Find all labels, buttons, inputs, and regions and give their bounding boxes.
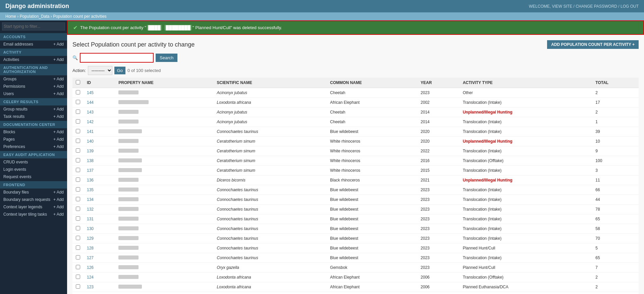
sidebar-add-task-results[interactable]: + Add xyxy=(53,114,64,119)
search-input[interactable] xyxy=(80,53,154,63)
sidebar-add-context-layer-tiling[interactable]: + Add xyxy=(53,212,64,217)
row-id-link[interactable]: 141 xyxy=(87,129,94,134)
log-out-link[interactable]: LOG OUT xyxy=(621,4,639,9)
row-id-link[interactable]: 134 xyxy=(87,197,94,202)
sidebar-link-email-addresses[interactable]: Email addresses xyxy=(3,42,33,47)
sidebar-link-group-results[interactable]: Group results xyxy=(3,107,28,112)
row-checkbox[interactable] xyxy=(76,139,80,143)
row-checkbox[interactable] xyxy=(76,207,80,211)
row-checkbox[interactable] xyxy=(76,129,80,133)
sidebar-add-groups[interactable]: + Add xyxy=(53,77,64,81)
row-id-link[interactable]: 137 xyxy=(87,168,94,173)
row-id-link[interactable]: 140 xyxy=(87,139,94,144)
row-checkbox[interactable] xyxy=(76,226,80,230)
sidebar-add-preferences[interactable]: + Add xyxy=(53,144,64,149)
sidebar-filter-input[interactable] xyxy=(2,22,65,30)
row-activity-type: Translocation (Intake) xyxy=(460,195,592,205)
row-checkbox-cell xyxy=(72,98,84,107)
row-id-link[interactable]: 144 xyxy=(87,100,94,105)
row-checkbox[interactable] xyxy=(76,187,80,192)
sidebar-add-pages[interactable]: + Add xyxy=(53,137,64,142)
sidebar-link-activities[interactable]: Activities xyxy=(3,57,19,62)
col-total[interactable]: TOTAL xyxy=(592,78,639,88)
row-checkbox[interactable] xyxy=(76,90,80,94)
sidebar-link-users[interactable]: Users xyxy=(3,91,14,96)
sidebar-link-permissions[interactable]: Permissions xyxy=(3,84,25,89)
sidebar-add-users[interactable]: + Add xyxy=(53,91,64,96)
table-row: 129 Connochaetes taurinus Blue wildebees… xyxy=(72,234,639,243)
row-checkbox[interactable] xyxy=(76,119,80,124)
row-id-link[interactable]: 135 xyxy=(87,188,94,192)
row-checkbox[interactable] xyxy=(76,284,80,289)
row-checkbox[interactable] xyxy=(76,216,80,221)
sidebar-link-task-results[interactable]: Task results xyxy=(3,114,24,119)
sidebar-link-groups[interactable]: Groups xyxy=(3,77,16,81)
row-scientific-name: Ceratotherium simum xyxy=(213,166,327,175)
sidebar-add-boundary-search[interactable]: + Add xyxy=(53,197,64,202)
sidebar-link-request-events[interactable]: Request events xyxy=(3,174,31,179)
sidebar-link-context-layer-legends[interactable]: Context layer legends xyxy=(3,205,42,209)
col-property-name[interactable]: PROPERTY NAME xyxy=(115,78,213,88)
search-button[interactable]: Search xyxy=(156,54,177,62)
sidebar-link-blocks[interactable]: Blocks xyxy=(3,130,15,134)
sidebar-link-login-events[interactable]: Login events xyxy=(3,167,26,172)
select-all-checkbox[interactable] xyxy=(76,80,80,84)
row-id-link[interactable]: 130 xyxy=(87,226,94,231)
sidebar-add-boundary-files[interactable]: + Add xyxy=(53,190,64,195)
col-year[interactable]: YEAR xyxy=(417,78,460,88)
row-checkbox[interactable] xyxy=(76,197,80,201)
row-checkbox-cell xyxy=(72,107,84,117)
row-id-link[interactable]: 129 xyxy=(87,236,94,241)
row-id-link[interactable]: 145 xyxy=(87,90,94,95)
sidebar-link-preferences[interactable]: Preferences xyxy=(3,144,25,149)
row-id-link[interactable]: 127 xyxy=(87,255,94,260)
sidebar-link-crud-events[interactable]: CRUD events xyxy=(3,160,28,164)
col-activity-type[interactable]: ACTIVITY TYPE xyxy=(460,78,592,88)
row-year: 2006 xyxy=(417,282,460,292)
col-id[interactable]: ID xyxy=(84,78,115,88)
row-checkbox[interactable] xyxy=(76,109,80,114)
sidebar-add-email-addresses[interactable]: + Add xyxy=(53,42,64,47)
row-id-link[interactable]: 138 xyxy=(87,158,94,163)
row-id-link[interactable]: 139 xyxy=(87,149,94,153)
sidebar-link-boundary-search[interactable]: Boundary search requests xyxy=(3,197,50,202)
sidebar-add-group-results[interactable]: + Add xyxy=(53,107,64,112)
action-select[interactable]: --------- xyxy=(88,66,112,75)
col-common-name[interactable]: COMMON NAME xyxy=(327,78,417,88)
row-id-link[interactable]: 132 xyxy=(87,207,94,212)
add-population-count-button[interactable]: ADD POPULATION COUNT PER ACTIVITY + xyxy=(547,40,639,49)
breadcrumb-home[interactable]: Home xyxy=(5,14,16,19)
sidebar-add-activities[interactable]: + Add xyxy=(53,57,64,62)
col-scientific-name[interactable]: SCIENTIFIC NAME xyxy=(213,78,327,88)
sidebar-link-pages[interactable]: Pages xyxy=(3,137,15,142)
row-id-link[interactable]: 143 xyxy=(87,110,94,115)
row-id-link[interactable]: 128 xyxy=(87,246,94,250)
sidebar-add-permissions[interactable]: + Add xyxy=(53,84,64,89)
row-id-link[interactable]: 123 xyxy=(87,285,94,289)
row-checkbox[interactable] xyxy=(76,245,80,250)
change-password-link[interactable]: CHANGE PASSWORD xyxy=(576,4,617,9)
sidebar-link-context-layer-tiling[interactable]: Context layer tiling tasks xyxy=(3,212,47,217)
row-checkbox[interactable] xyxy=(76,275,80,279)
row-checkbox[interactable] xyxy=(76,236,80,240)
row-checkbox[interactable] xyxy=(76,255,80,260)
row-id-link[interactable]: 142 xyxy=(87,120,94,124)
go-button[interactable]: Go xyxy=(114,67,125,74)
row-checkbox[interactable] xyxy=(76,100,80,104)
sidebar-link-boundary-files[interactable]: Boundary files xyxy=(3,190,29,195)
row-checkbox[interactable] xyxy=(76,177,80,182)
table-row: 139 Ceratotherium simum White rhinoceros… xyxy=(72,146,639,156)
row-common-name: Impala xyxy=(327,292,417,294)
row-checkbox[interactable] xyxy=(76,168,80,172)
row-id-link[interactable]: 126 xyxy=(87,265,94,270)
sidebar-add-blocks[interactable]: + Add xyxy=(53,130,64,134)
row-checkbox[interactable] xyxy=(76,265,80,269)
row-id-link[interactable]: 124 xyxy=(87,275,94,280)
row-id-link[interactable]: 136 xyxy=(87,178,94,182)
breadcrumb-population-data[interactable]: Population_Data xyxy=(20,14,50,19)
sidebar-add-context-layer-legends[interactable]: + Add xyxy=(53,205,64,209)
row-id-link[interactable]: 131 xyxy=(87,217,94,221)
row-checkbox[interactable] xyxy=(76,158,80,162)
row-checkbox[interactable] xyxy=(76,148,80,153)
view-site-link[interactable]: VIEW SITE xyxy=(552,4,572,9)
